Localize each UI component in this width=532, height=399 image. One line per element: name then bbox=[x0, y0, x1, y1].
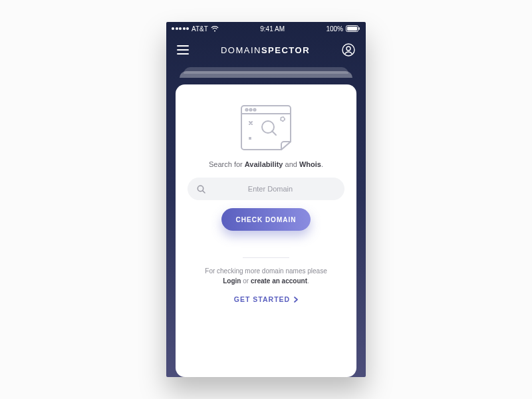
get-started-link[interactable]: GET STARTED bbox=[234, 295, 298, 303]
chevron-right-icon bbox=[294, 297, 298, 303]
svg-point-7 bbox=[253, 108, 255, 110]
status-left: AT&T bbox=[172, 25, 219, 33]
profile-icon bbox=[342, 43, 355, 57]
hint-mid: or bbox=[241, 277, 250, 285]
hint-login: Login bbox=[223, 277, 241, 285]
divider bbox=[243, 257, 289, 258]
hint-text: For checking more domain names please Lo… bbox=[205, 266, 327, 286]
get-started-label: GET STARTED bbox=[234, 295, 290, 303]
svg-point-3 bbox=[342, 44, 354, 56]
tagline-avail: Availability bbox=[245, 160, 283, 168]
clock-label: 9:41 AM bbox=[260, 25, 285, 33]
svg-point-6 bbox=[249, 108, 251, 110]
menu-button[interactable] bbox=[177, 45, 189, 55]
svg-point-10 bbox=[198, 186, 203, 191]
svg-rect-1 bbox=[347, 27, 357, 31]
phone-frame: AT&T 9:41 AM 100% DOMAINSPECTOR bbox=[166, 22, 366, 377]
title-part-b: SPECTOR bbox=[261, 45, 310, 55]
title-part-a: DOMAIN bbox=[221, 45, 261, 55]
hint-create: create an account bbox=[251, 277, 307, 285]
status-right: 100% bbox=[326, 25, 360, 33]
svg-rect-2 bbox=[358, 27, 360, 30]
app-title: DOMAINSPECTOR bbox=[221, 45, 310, 55]
tagline: Search for Availability and Whois. bbox=[209, 160, 323, 168]
document-search-icon bbox=[229, 99, 303, 151]
tagline-whois: Whois bbox=[299, 160, 321, 168]
profile-button[interactable] bbox=[342, 43, 355, 57]
status-bar: AT&T 9:41 AM 100% bbox=[166, 22, 366, 35]
svg-point-5 bbox=[245, 108, 247, 110]
svg-point-9 bbox=[281, 117, 285, 121]
hamburger-icon bbox=[177, 45, 189, 55]
main-card: Search for Availability and Whois. CHECK… bbox=[176, 84, 356, 377]
battery-label: 100% bbox=[326, 25, 343, 33]
domain-search-field[interactable] bbox=[188, 178, 344, 200]
wifi-icon bbox=[211, 26, 219, 32]
check-domain-button[interactable]: CHECK DOMAIN bbox=[221, 208, 311, 231]
carrier-label: AT&T bbox=[192, 25, 208, 33]
tagline-pre: Search for bbox=[209, 160, 245, 168]
tagline-mid: and bbox=[283, 160, 299, 168]
stack-shadow-2 bbox=[180, 71, 352, 78]
domain-input[interactable] bbox=[205, 185, 335, 193]
signal-dots-icon bbox=[172, 27, 189, 30]
svg-point-4 bbox=[346, 47, 350, 51]
search-icon bbox=[197, 185, 205, 194]
hint-post: . bbox=[307, 277, 309, 285]
battery-icon bbox=[346, 25, 360, 32]
hint-pre: For checking more domain names please bbox=[205, 267, 327, 275]
tagline-post: . bbox=[321, 160, 323, 168]
card-stack: Search for Availability and Whois. CHECK… bbox=[166, 65, 366, 377]
nav-bar: DOMAINSPECTOR bbox=[166, 35, 366, 65]
